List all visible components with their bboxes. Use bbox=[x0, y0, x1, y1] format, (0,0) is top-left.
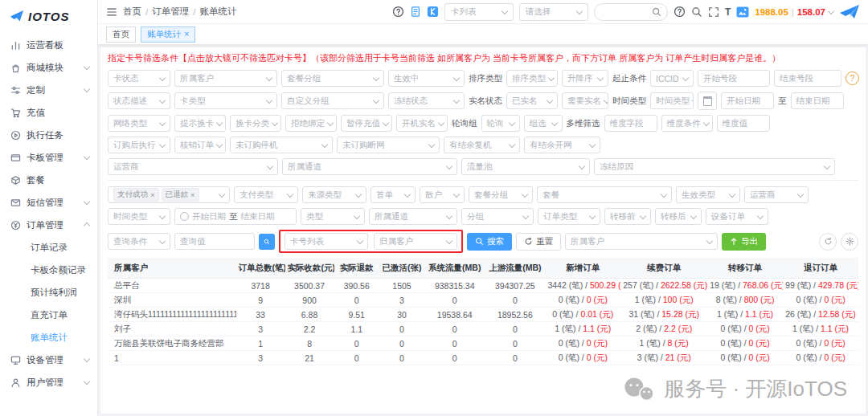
filter-select[interactable]: 网络类型 bbox=[108, 115, 170, 132]
filter-select[interactable]: 分组 bbox=[461, 208, 534, 225]
filter-select[interactable]: 时间类型 bbox=[650, 92, 694, 109]
filter-input[interactable]: 开始日期 bbox=[721, 92, 774, 109]
sidebar-item-1[interactable]: 商城模块 bbox=[0, 56, 97, 79]
query-field-select[interactable]: 查询条件 bbox=[108, 233, 170, 250]
filter-select[interactable]: 冻结状态 bbox=[388, 92, 465, 109]
help-circle-icon[interactable] bbox=[392, 6, 404, 18]
calendar-icon[interactable] bbox=[698, 92, 717, 110]
filter-select[interactable]: 拒绝绑定 bbox=[285, 115, 337, 132]
font-size-icon[interactable]: T bbox=[725, 6, 731, 18]
filter-daterange-input[interactable]: 开始日期至结束日期 bbox=[174, 208, 297, 225]
card-number-list-select[interactable]: 卡号列表 bbox=[285, 233, 368, 250]
filter-input[interactable]: 结束号段 bbox=[774, 70, 841, 87]
filter-select[interactable]: 需要实名 bbox=[562, 92, 608, 109]
filter-select[interactable]: 状态描述 bbox=[108, 92, 170, 109]
filter-select[interactable]: 排序类型 bbox=[506, 70, 558, 87]
filter-select[interactable]: 核销订单 bbox=[174, 137, 226, 153]
filter-select[interactable]: 冻结原因 bbox=[594, 158, 835, 175]
sidebar-item-8[interactable]: 订单管理 bbox=[0, 214, 97, 236]
filter-select[interactable]: 首单 bbox=[371, 186, 416, 203]
filter-select[interactable]: 开机实名 bbox=[396, 115, 448, 132]
filter-select[interactable]: 生效中 bbox=[388, 70, 465, 87]
sidebar-item-12[interactable]: 直充订单 bbox=[0, 304, 97, 326]
magnifier-icon[interactable] bbox=[691, 6, 702, 18]
filter-select[interactable]: 生效类型 bbox=[676, 186, 740, 203]
sidebar-item-11[interactable]: 预计纯利润 bbox=[0, 281, 97, 304]
sidebar-item-6[interactable]: 套餐 bbox=[0, 169, 97, 191]
filter-select[interactable]: 所属通道 bbox=[282, 158, 457, 175]
filter-select[interactable]: 未订购停机 bbox=[230, 137, 333, 153]
filter-select[interactable]: 设备订单 bbox=[706, 208, 768, 225]
sidebar-item-0[interactable]: 运营看板 bbox=[0, 34, 97, 56]
refresh-circle-icon[interactable] bbox=[819, 233, 837, 251]
filter-tag-select[interactable]: 支付成功×已退款× bbox=[108, 186, 230, 203]
sidebar-item-10[interactable]: 卡板余额记录 bbox=[0, 259, 97, 281]
filter-input[interactable]: 维度字段 bbox=[604, 115, 657, 132]
filter-select[interactable]: 升降序 bbox=[562, 70, 608, 87]
filter-select[interactable]: 时间类型 bbox=[108, 208, 170, 225]
filter-select[interactable]: 套餐分组 bbox=[281, 70, 384, 87]
filter-select[interactable]: 提示换卡 bbox=[174, 115, 226, 132]
account-balances[interactable]: 1988.05 | 158.07 bbox=[755, 7, 833, 17]
filter-input[interactable]: 开始号段 bbox=[698, 70, 770, 87]
filter-select[interactable]: 暂停充值 bbox=[341, 115, 392, 132]
filter-select[interactable]: 卡状态 bbox=[108, 70, 170, 87]
document-icon[interactable] bbox=[410, 6, 421, 18]
filter-select[interactable]: 有结余复机 bbox=[444, 137, 520, 153]
filter-select[interactable]: 运营商 bbox=[744, 186, 809, 203]
owner-customer-select[interactable]: 归属客户 bbox=[374, 233, 457, 250]
sidebar-item-5[interactable]: 卡板管理 bbox=[0, 146, 97, 169]
tag-close-icon[interactable]: × bbox=[190, 190, 195, 199]
brand-plane-icon[interactable] bbox=[839, 4, 860, 20]
sidebar-item-9[interactable]: 订单记录 bbox=[0, 236, 97, 259]
filter-select[interactable]: 有结余开网 bbox=[524, 137, 600, 153]
filter-select[interactable]: 类型 bbox=[301, 208, 365, 225]
filter-tag[interactable]: 已退款× bbox=[162, 188, 199, 202]
tag-close-icon[interactable]: × bbox=[150, 190, 155, 199]
customer-select[interactable]: 所属客户 bbox=[565, 233, 718, 250]
please-select-dropdown[interactable]: 请选择 bbox=[519, 3, 588, 21]
breadcrumb-item-2[interactable]: 账单统计 bbox=[199, 6, 236, 18]
sidebar-item-3[interactable]: 充值 bbox=[0, 101, 97, 124]
filter-select[interactable]: 所属通道 bbox=[369, 208, 457, 225]
filter-select[interactable]: 转移前 bbox=[604, 208, 651, 225]
query-value-input[interactable]: 查询值 bbox=[174, 233, 255, 250]
tab-0[interactable]: 首页 bbox=[106, 27, 136, 43]
filter-select[interactable]: ICCID bbox=[650, 70, 694, 87]
sidebar-item-7[interactable]: 短信管理 bbox=[0, 191, 97, 214]
sidebar-item-4[interactable]: 执行任务 bbox=[0, 124, 97, 146]
filter-select[interactable]: 自定义分组 bbox=[281, 92, 384, 109]
filter-select[interactable]: 流量池 bbox=[461, 158, 590, 175]
sidebar-item-2[interactable]: 定制 bbox=[0, 79, 97, 101]
fullscreen-icon[interactable] bbox=[708, 6, 719, 18]
filter-input[interactable]: 结束日期 bbox=[791, 92, 844, 109]
filter-select[interactable]: 订单类型 bbox=[538, 208, 600, 225]
export-button[interactable]: 导出 bbox=[722, 233, 766, 251]
filter-select[interactable]: 卡类型 bbox=[174, 92, 277, 109]
sidebar-item-14[interactable]: 设备管理 bbox=[0, 349, 97, 371]
filter-select[interactable]: 套餐分组 bbox=[469, 186, 533, 203]
filter-select[interactable]: 轮询 bbox=[481, 115, 520, 132]
media-k-icon[interactable] bbox=[427, 6, 439, 18]
header-search-input[interactable] bbox=[594, 3, 668, 21]
filter-select[interactable]: 散户 bbox=[420, 186, 465, 203]
sidebar-item-13[interactable]: 账单统计 bbox=[0, 326, 97, 349]
reset-button[interactable]: 重置 bbox=[516, 233, 561, 251]
screenshot-image-icon[interactable] bbox=[736, 6, 749, 18]
tab-1[interactable]: 账单统计× bbox=[141, 27, 195, 43]
filter-select[interactable]: 所属客户 bbox=[174, 70, 277, 87]
filter-select[interactable]: 运营商 bbox=[108, 158, 278, 175]
filter-select[interactable]: 已实名 bbox=[506, 92, 558, 109]
filter-select[interactable]: 订购后执行 bbox=[108, 137, 170, 153]
filter-select[interactable]: 套餐 bbox=[537, 186, 672, 203]
magnifier-button[interactable] bbox=[259, 234, 275, 250]
column-settings-icon[interactable] bbox=[841, 233, 858, 251]
breadcrumb-item-1[interactable]: 订单管理 bbox=[152, 6, 189, 18]
filter-select[interactable]: 转移后 bbox=[655, 208, 702, 225]
question-icon[interactable] bbox=[674, 6, 686, 18]
search-button[interactable]: 搜索 bbox=[467, 233, 512, 251]
filter-select[interactable]: 维度条件 bbox=[661, 115, 713, 132]
tab-close-icon[interactable]: × bbox=[184, 30, 189, 39]
sidebar-item-15[interactable]: 用户管理 bbox=[0, 371, 97, 394]
filter-select[interactable]: 支付类型 bbox=[234, 186, 298, 203]
